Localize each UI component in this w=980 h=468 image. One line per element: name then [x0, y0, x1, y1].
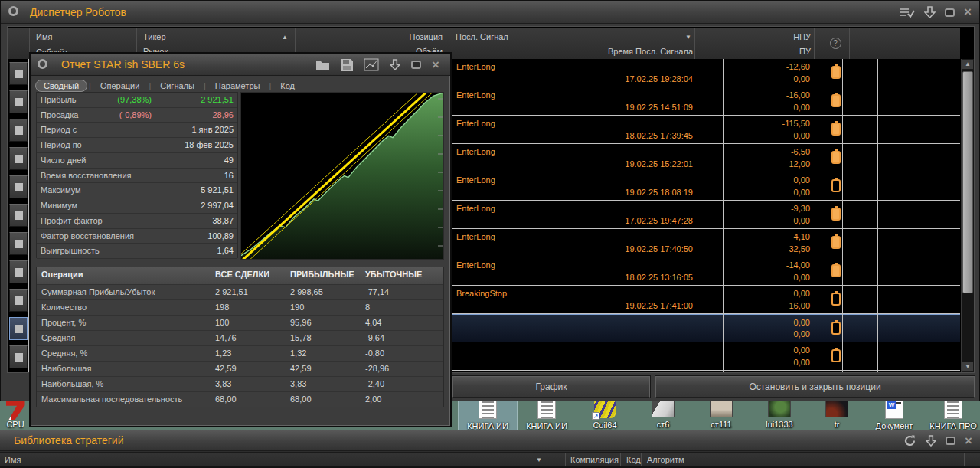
stat-percent: (-0,89%)	[119, 110, 152, 119]
row-stop-button[interactable]	[9, 317, 28, 340]
col-pu[interactable]: ПУ	[735, 47, 811, 56]
chart-button[interactable]: График	[452, 376, 650, 398]
library-titlebar[interactable]: Библиотека стратегий ×	[0, 430, 980, 451]
col-npu[interactable]: НПУ	[735, 32, 811, 41]
report-tabs: Сводный|Операции|Сигналы|Параметры|Код	[35, 79, 302, 92]
restore-icon[interactable]	[945, 8, 955, 17]
stat-label: Профит фактор	[41, 216, 103, 225]
desktop-icon[interactable]: ↗Coil64	[576, 398, 634, 432]
signal-name: EnterLong	[456, 62, 495, 71]
row-stop-button[interactable]	[9, 62, 28, 85]
report-window: Отчет STAR ish SBER 6s × Сводный|Операци…	[29, 52, 452, 427]
pu-value: 0,00	[794, 273, 810, 282]
stat-label: Время восстановления	[41, 171, 132, 180]
close-icon[interactable]: ×	[964, 7, 972, 18]
save-icon[interactable]	[341, 59, 353, 71]
cpu-app-icon: ↗	[6, 401, 25, 420]
row-stop-button[interactable]	[9, 119, 28, 142]
battery-empty-icon	[831, 349, 841, 362]
op-cell: 4,04	[365, 318, 381, 327]
stat-row: Просадка(-0,89%)-28,96	[37, 108, 237, 123]
row-stop-button[interactable]	[9, 232, 28, 255]
row-stop-button[interactable]	[9, 345, 28, 368]
lib-col-algorithm[interactable]: Алгоритм	[647, 455, 684, 464]
equity-chart	[240, 92, 444, 260]
desktop-icon[interactable]: lui1333	[750, 398, 808, 432]
report-close-icon[interactable]: ×	[432, 60, 439, 70]
tab-4[interactable]: Параметры	[207, 80, 268, 91]
col-name[interactable]: Имя	[36, 32, 52, 41]
row-stop-button[interactable]	[9, 289, 28, 312]
report-stats: Прибыль(97,38%)2 921,51Просадка(-0,89%)-…	[36, 92, 238, 258]
battery-empty-icon	[831, 322, 841, 335]
chart-report-icon[interactable]	[364, 58, 379, 71]
desktop-icon-cpu[interactable]: ↗ CPU	[2, 401, 29, 430]
desktop-icon[interactable]: КНИГА ПРО	[924, 398, 980, 432]
stat-value: 2 921,51	[201, 95, 234, 104]
row-stop-button[interactable]	[9, 204, 28, 227]
npu-value: -6,50	[791, 147, 810, 156]
operations-row: Наибольшая, %3,833,83-2,40	[37, 376, 443, 391]
tasks-check-icon[interactable]	[900, 7, 915, 18]
desktop-icon[interactable]: tr	[808, 398, 866, 432]
lib-col-compilation[interactable]: Компиляция	[570, 455, 619, 464]
open-folder-icon[interactable]	[315, 59, 330, 70]
lib-sort-desc-icon[interactable]: ▼	[536, 457, 542, 463]
operations-row: Количество1981908	[37, 299, 443, 315]
row-stop-button[interactable]	[9, 147, 28, 170]
desktop-icon[interactable]: WДокумент	[865, 398, 923, 432]
operations-row: Суммарная Прибыль/Убыток2 921,512 998,65…	[37, 284, 443, 299]
col-position[interactable]: Позиция	[360, 32, 443, 41]
col-last-signal[interactable]: Посл. Сигнал	[456, 32, 508, 41]
library-close-icon[interactable]: ×	[965, 436, 972, 447]
tab-1[interactable]: Сводный	[35, 80, 87, 92]
op-header-cell: УБЫТОЧНЫЕ	[365, 270, 422, 279]
row-stop-button[interactable]	[9, 260, 28, 283]
library-restore-icon[interactable]	[946, 437, 956, 445]
tab-5[interactable]: Код	[273, 80, 302, 91]
vertical-scrollbar[interactable]: ▲ ▼	[961, 59, 974, 372]
pu-value: 0,00	[794, 188, 810, 197]
desktop-icon[interactable]: ст111	[692, 398, 750, 432]
op-cell: 14,76	[215, 333, 237, 342]
scrollbar-thumb[interactable]	[962, 71, 973, 293]
report-download-icon[interactable]	[390, 59, 400, 70]
refresh-icon[interactable]	[903, 434, 916, 447]
lib-col-code[interactable]: Код	[626, 455, 641, 464]
signal-time: 17.02.25 19:28:04	[625, 74, 693, 83]
col-last-signal-time[interactable]: Время Посл. Сигнала	[544, 47, 693, 56]
lib-col-name[interactable]: Имя	[5, 455, 21, 464]
scroll-up-icon[interactable]: ▲	[962, 59, 974, 70]
signal-name: EnterLong	[456, 90, 495, 100]
report-titlebar[interactable]: Отчет STAR ish SBER 6s ×	[31, 54, 450, 76]
report-restore-icon[interactable]	[411, 61, 421, 69]
row-stop-button[interactable]	[9, 175, 28, 198]
signal-name: EnterLong	[456, 204, 495, 213]
main-window-title: Диспетчер Роботов	[30, 6, 126, 18]
desktop-icon-label: CPU	[2, 420, 29, 429]
download-arrow-icon[interactable]	[924, 6, 936, 18]
main-titlebar[interactable]: Диспетчер Роботов ×	[1, 1, 979, 24]
sort-asc-icon[interactable]: ▲	[282, 34, 288, 41]
stat-row: Выигрышность1,64	[37, 244, 237, 259]
desktop-icon[interactable]: ст6	[634, 398, 692, 432]
battery-full-icon	[831, 66, 841, 79]
row-stop-button[interactable]	[9, 90, 28, 113]
desktop-icon[interactable]: КНИГА ИИ	[518, 398, 576, 432]
tab-3[interactable]: Сигналы	[152, 80, 202, 91]
stop-close-positions-button[interactable]: Остановить и закрыть позиции	[655, 376, 975, 398]
library-download-icon[interactable]	[926, 435, 936, 447]
stat-label: Максимум	[41, 185, 81, 195]
signal-name: BreakingStop	[456, 289, 507, 298]
pu-value: 12,00	[789, 159, 810, 169]
col-ticker[interactable]: Тикер	[143, 32, 166, 41]
screen: КНИГА ИИКНИГА ИИ↗Coil64ст6ст111lui1333tr…	[0, 0, 980, 468]
library-panel-title: Библиотека стратегий	[14, 434, 123, 447]
help-icon[interactable]: ?	[824, 38, 847, 49]
scroll-down-icon[interactable]: ▼	[962, 362, 974, 372]
tab-2[interactable]: Операции	[93, 80, 147, 91]
sort-desc-icon[interactable]: ▼	[685, 34, 691, 41]
text-document-icon	[479, 398, 497, 419]
battery-empty-icon	[831, 179, 841, 192]
desktop-icon[interactable]: КНИГА ИИ	[459, 398, 517, 432]
